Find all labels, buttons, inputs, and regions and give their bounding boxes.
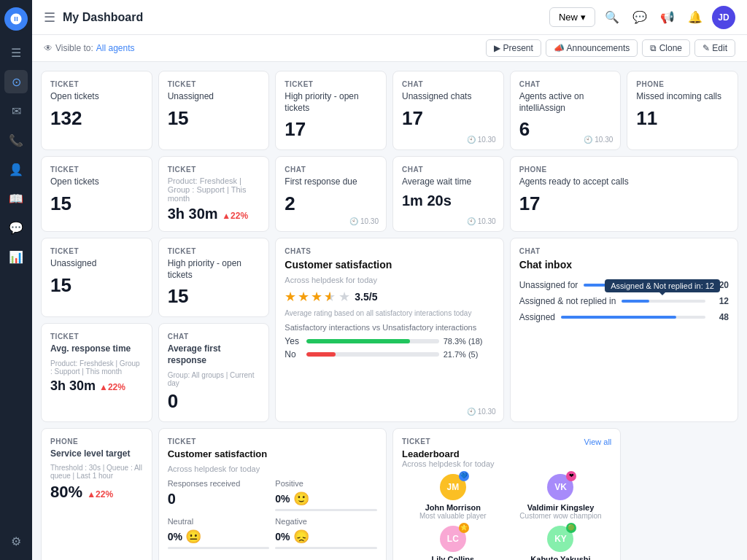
- present-button[interactable]: ▶ Present: [486, 39, 541, 57]
- card-timestamp: 🕙 10.30: [467, 217, 496, 225]
- leaderboard-grid: JM 💙 John Morrison Most valuable player …: [402, 474, 611, 560]
- dashboard-icon[interactable]: ⊙: [4, 70, 28, 93]
- search-icon[interactable]: 🔍: [601, 7, 623, 28]
- neutral-value: 0% 😐: [168, 529, 270, 545]
- badge-vk: ❤: [566, 471, 576, 481]
- card-subtitle: Product: Freshdesk | Group : Support | T…: [168, 176, 260, 203]
- analytics-icon[interactable]: 📊: [4, 245, 28, 268]
- conversations-icon[interactable]: 💬: [4, 216, 28, 239]
- card-title: Customer satisfaction: [168, 448, 377, 461]
- card-title: Service level target: [50, 448, 143, 460]
- trend-badge: ▲22%: [87, 489, 113, 499]
- open-tickets-card-1: TICKET Open tickets 132: [41, 71, 152, 150]
- card-title: Unassigned chats: [402, 91, 495, 103]
- card-value: 17: [402, 107, 495, 130]
- knowledge-icon[interactable]: 📖: [4, 187, 28, 210]
- avg-response-time-card: TICKET Avg. response time Product: Fresh…: [41, 323, 152, 421]
- view-all-link[interactable]: View all: [584, 438, 612, 446]
- megaphone-icon[interactable]: 📢: [657, 7, 678, 28]
- yes-value: 78.3% (18): [444, 337, 495, 346]
- hamburger-icon[interactable]: ☰: [44, 9, 55, 26]
- rating-value: 3.5/5: [355, 291, 377, 303]
- star-3: ★: [311, 289, 322, 305]
- neutral-bar: [168, 547, 270, 549]
- contacts-icon[interactable]: 👤: [4, 158, 28, 181]
- edit-button[interactable]: ✎ Edit: [694, 39, 735, 57]
- star-4-half: ★★: [324, 289, 337, 305]
- leaderboard-person-1: JM 💙 John Morrison Most valuable player: [402, 474, 504, 520]
- chat-bubble-icon[interactable]: 💬: [629, 7, 651, 28]
- person-name-3: Lily Collins: [431, 555, 474, 560]
- open-tickets-time-card: TICKET Product: Freshdesk | Group : Supp…: [158, 156, 270, 232]
- card-subtitle: Product: Freshdesk | Group : Support | T…: [50, 359, 143, 376]
- subheader-actions: ▶ Present 📣 Announcements ⧉ Clone ✎ Edit: [486, 39, 735, 57]
- announcements-button[interactable]: 📣 Announcements: [546, 39, 638, 57]
- settings-icon[interactable]: ⚙: [4, 529, 28, 553]
- card-subtitle: Threshold : 30s | Queue : All queue | La…: [50, 464, 143, 480]
- assigned-not-replied-row: Assigned & not replied in Assigned & Not…: [519, 296, 729, 306]
- card-title: Average wait time: [402, 176, 495, 188]
- header: ☰ My Dashboard New ▾ 🔍 💬 📢 🔔 JD: [32, 0, 747, 35]
- card-value: 132: [50, 107, 143, 130]
- dashboard-grid: TICKET Open tickets 132 TICKET Unassigne…: [32, 62, 747, 560]
- positive-col: Positive 0% 🙂: [275, 479, 377, 511]
- app-logo[interactable]: [4, 7, 28, 31]
- visibility-info: 👁 Visible to: All agents: [44, 43, 135, 53]
- card-subtitle: Group: All groups | Current day: [168, 371, 260, 387]
- card-label: TICKET: [285, 80, 377, 88]
- positive-value: 0% 🙂: [275, 491, 377, 507]
- new-label: New: [559, 12, 578, 23]
- no-interaction-row: No 21.7% (5): [285, 349, 494, 359]
- leaderboard-title: Leaderboard: [402, 448, 495, 459]
- person-name-1: John Morrison: [425, 503, 481, 512]
- agents-active-card: CHAT Agents active on intelliAssign 6 🕙 …: [510, 71, 622, 150]
- responses-col: Responses received 0: [168, 479, 270, 511]
- neutral-label: Neutral: [168, 517, 270, 526]
- card-label: PHONE: [50, 438, 143, 446]
- card-title: Missed incoming calls: [636, 91, 729, 103]
- card-value: 17: [285, 118, 377, 141]
- new-button[interactable]: New ▾: [549, 7, 595, 27]
- avg-first-response-card: CHAT Average first response Group: All g…: [158, 323, 270, 421]
- sidebar: ☰ ⊙ ✉ 📞 👤 📖 💬 📊 ⚙: [0, 0, 32, 560]
- high-priority-card-1: TICKET High priority - open tickets 17: [275, 71, 387, 150]
- card-title: Avg. response time: [50, 343, 143, 355]
- neutral-emoji: 😐: [185, 529, 201, 545]
- main-content: ☰ My Dashboard New ▾ 🔍 💬 📢 🔔 JD 👁 Visibl…: [32, 0, 747, 560]
- leaderboard-header: TICKET Leaderboard Across helpdesk for t…: [402, 438, 611, 468]
- card-value: 17: [519, 192, 729, 215]
- negative-bar: [275, 547, 377, 549]
- person-name-4: Kabuto Yakushi: [530, 555, 590, 560]
- avg-wait-time-card: CHAT Average wait time 1m 20s 🕙 10.30: [392, 156, 504, 232]
- star-rating: ★ ★ ★ ★★ ★ 3.5/5: [285, 289, 494, 305]
- neutral-col: Neutral 0% 😐: [168, 517, 270, 549]
- chat-inbox-card: CHAT Chat inbox Unassigned for 20 Assign…: [510, 238, 738, 421]
- negative-emoji: 😞: [293, 529, 309, 545]
- chat-satisfaction-card: CHATS Customer satisfaction Across helpd…: [275, 238, 503, 421]
- bell-icon[interactable]: 🔔: [684, 7, 706, 28]
- menu-toggle-icon[interactable]: ☰: [4, 41, 28, 64]
- clone-button[interactable]: ⧉ Clone: [642, 39, 690, 57]
- user-avatar[interactable]: JD: [712, 6, 735, 29]
- responses-label: Responses received: [168, 479, 270, 488]
- person-avatar-vk: VK ❤: [547, 474, 573, 500]
- leaderboard-person-3: LC ⭐ Lily Collins Sharp shooter: [402, 526, 504, 560]
- card-label: TICKET: [50, 80, 143, 88]
- phone-nav-icon[interactable]: 📞: [4, 128, 28, 152]
- card-value: 15: [50, 274, 143, 297]
- dropdown-icon: ▾: [581, 12, 586, 23]
- card-label: TICKET: [168, 166, 260, 174]
- card-label: CHAT: [402, 166, 495, 174]
- person-role-2: Customer wow champion: [519, 512, 601, 520]
- negative-col: Negative 0% 😞: [275, 517, 377, 549]
- header-right: New ▾ 🔍 💬 📢 🔔 JD: [549, 6, 735, 29]
- email-icon[interactable]: ✉: [4, 99, 28, 122]
- assigned-not-replied-label: Assigned & not replied in: [519, 296, 616, 306]
- assigned-bar-wrap: [561, 316, 705, 319]
- badge-jm: 💙: [459, 471, 469, 481]
- ticket-satisfaction-card: TICKET Customer satisfaction Across help…: [158, 428, 387, 560]
- card-label: CHAT: [519, 80, 612, 88]
- card-value: 1m 20s: [402, 192, 495, 209]
- card-title: Average first response: [168, 343, 260, 366]
- card-value: 3h 30m ▲22%: [168, 206, 260, 222]
